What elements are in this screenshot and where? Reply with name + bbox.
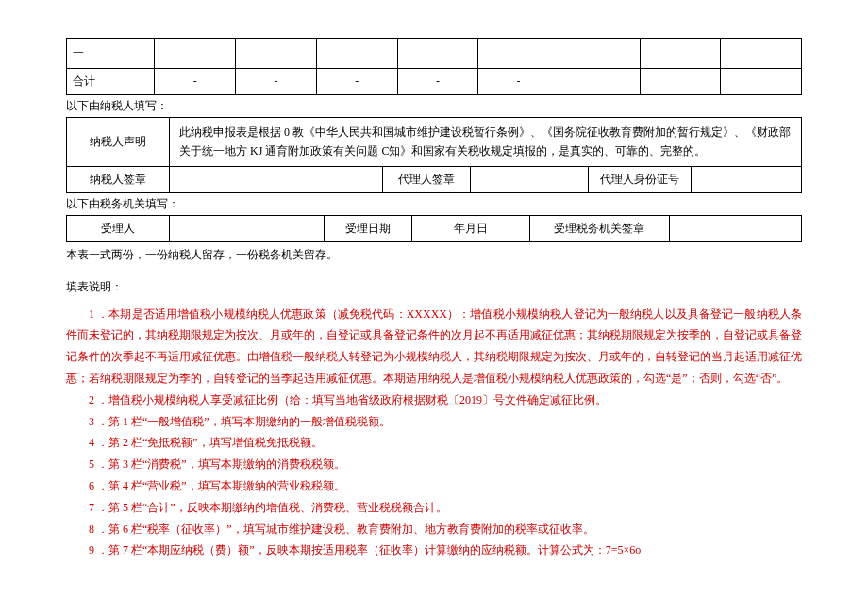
- empty-cell: [559, 69, 640, 95]
- empty-cell: [721, 69, 802, 95]
- instruction-5: 5 ．第 3 栏“消费税”，填写本期缴纳的消费税税额。: [66, 454, 802, 475]
- agent-id-field[interactable]: [692, 166, 802, 192]
- receive-date-field[interactable]: 年月日: [412, 216, 530, 242]
- dash-cell: 一: [67, 39, 155, 69]
- authority-section-header: 以下由税务机关填写：: [66, 195, 802, 213]
- empty-cell: [316, 39, 397, 69]
- empty-cell: [397, 39, 478, 69]
- total-c3: -: [316, 69, 397, 95]
- instructions-title: 填表说明：: [66, 278, 802, 296]
- total-c2: -: [236, 69, 317, 95]
- declaration-label: 纳税人声明: [67, 118, 170, 166]
- empty-cell: [559, 39, 640, 69]
- taxpayer-sig-field[interactable]: [170, 166, 383, 192]
- authority-sig-label: 受理税务机关签章: [529, 216, 669, 242]
- instruction-3: 3 ．第 1 栏“一般增值税”，填写本期缴纳的一般增值税税额。: [66, 411, 802, 433]
- authority-sig-field[interactable]: [669, 216, 801, 242]
- empty-cell: [155, 39, 236, 69]
- taxpayer-table: 纳税人声明 此纳税申报表是根据 0 教《中华人民共和国城市维护建设税暂行条例》、…: [66, 117, 802, 193]
- empty-cell: [721, 39, 802, 69]
- total-c5: -: [478, 69, 559, 95]
- instruction-2: 2 ．增值税小规模纳税人享受减征比例（给：填写当地省级政府根据财税〔2019〕号…: [66, 390, 802, 411]
- empty-cell: [478, 39, 559, 69]
- empty-cell: [236, 39, 317, 69]
- authority-table: 受理人 受理日期 年月日 受理税务机关签章: [66, 215, 802, 242]
- agent-id-label: 代理人身份证号: [589, 166, 692, 192]
- empty-cell: [640, 69, 721, 95]
- total-c4: -: [397, 69, 478, 95]
- receiver-label: 受理人: [67, 216, 170, 242]
- taxpayer-section-header: 以下由纳税人填写：: [66, 97, 802, 115]
- instruction-8: 8 ．第 6 栏“税率（征收率）”，填写城市维护建设税、教育费附加、地方教育费附…: [66, 519, 802, 540]
- instruction-9: 9 ．第 7 栏“本期应纳税（费）额”，反映本期按适用税率（征收率）计算缴纳的应…: [66, 539, 802, 561]
- agent-sig-label: 代理人签章: [382, 166, 470, 192]
- copies-note: 本表一式两份，一份纳税人留存，一份税务机关留存。: [66, 246, 802, 264]
- total-c1: -: [155, 69, 236, 95]
- empty-cell: [640, 39, 721, 69]
- declaration-text: 此纳税申报表是根据 0 教《中华人民共和国城市维护建设税暂行条例》、《国务院征收…: [170, 118, 802, 166]
- receiver-field[interactable]: [170, 216, 325, 242]
- instruction-6: 6 ．第 4 栏“营业税”，填写本期缴纳的营业税税额。: [66, 475, 802, 497]
- agent-sig-field[interactable]: [471, 166, 589, 192]
- receive-date-label: 受理日期: [324, 216, 411, 242]
- instruction-4: 4 ．第 2 栏“免抵税额”，填写增值税免抵税额。: [66, 432, 802, 454]
- taxpayer-sig-label: 纳税人签章: [67, 166, 170, 192]
- instruction-7: 7 ．第 5 栏“合计”，反映本期缴纳的增值税、消费税、营业税税额合计。: [66, 497, 802, 519]
- top-table: 一 合计 - - - - -: [66, 38, 802, 95]
- instruction-1: 1 ．本期是否适用增值税小规模纳税人优惠政策（减免税代码：XXXXX）：增值税小…: [66, 304, 802, 390]
- total-label: 合计: [67, 69, 155, 95]
